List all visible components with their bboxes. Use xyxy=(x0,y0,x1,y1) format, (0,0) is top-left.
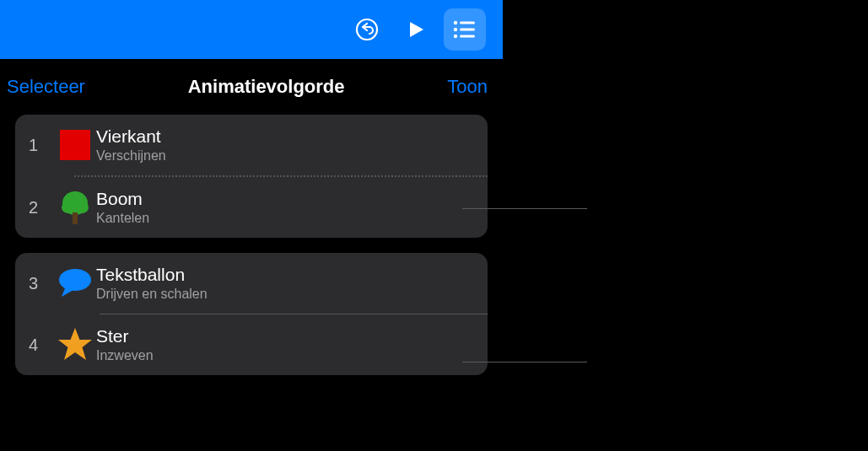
tree-icon xyxy=(54,189,96,226)
row-number: 3 xyxy=(29,274,54,293)
panel-title: Animatievolgorde xyxy=(188,76,345,98)
svg-point-9 xyxy=(62,201,75,213)
row-number: 4 xyxy=(29,336,54,355)
animation-order-panel: Selecteer Animatievolgorde Toon 1 Vierka… xyxy=(0,0,503,451)
row-subtitle: Kantelen xyxy=(96,211,149,226)
svg-rect-6 xyxy=(460,35,475,38)
topbar xyxy=(0,0,503,59)
animation-row[interactable]: 3 Tekstballon Drijven en schalen xyxy=(15,253,488,314)
list-view-button[interactable] xyxy=(444,8,486,51)
row-number: 2 xyxy=(29,198,54,217)
svg-rect-2 xyxy=(460,22,475,24)
show-button[interactable]: Toon xyxy=(447,76,488,98)
row-subtitle: Drijven en schalen xyxy=(96,287,208,302)
undo-icon xyxy=(353,16,380,43)
row-title: Vierkant xyxy=(96,126,166,147)
callout-line xyxy=(462,208,587,209)
animation-group: 3 Tekstballon Drijven en schalen 4 St xyxy=(15,253,488,375)
select-button[interactable]: Selecteer xyxy=(7,76,85,98)
header-row: Selecteer Animatievolgorde Toon xyxy=(0,59,503,115)
star-icon xyxy=(54,326,96,363)
row-title: Tekstballon xyxy=(96,265,208,285)
row-title: Ster xyxy=(96,326,154,346)
svg-rect-11 xyxy=(73,212,78,224)
row-subtitle: Inzweven xyxy=(96,348,154,363)
callout-line xyxy=(462,362,587,362)
svg-rect-7 xyxy=(60,130,90,160)
animation-group: 1 Vierkant Verschijnen 2 Boom xyxy=(15,115,488,238)
play-icon xyxy=(406,19,426,40)
animation-row[interactable]: 2 Boom Kantelen xyxy=(15,177,488,238)
square-icon xyxy=(54,126,96,164)
speech-bubble-icon xyxy=(54,265,96,302)
list-icon xyxy=(452,19,477,40)
row-number: 1 xyxy=(29,136,54,155)
row-subtitle: Verschijnen xyxy=(96,148,166,164)
row-title: Boom xyxy=(96,189,149,209)
animation-row[interactable]: 4 Ster Inzweven xyxy=(15,314,488,375)
svg-rect-4 xyxy=(460,29,475,31)
animation-row[interactable]: 1 Vierkant Verschijnen xyxy=(15,115,488,175)
svg-point-5 xyxy=(454,35,457,38)
play-button[interactable] xyxy=(395,8,437,51)
svg-point-3 xyxy=(454,28,457,31)
svg-point-10 xyxy=(75,201,89,213)
undo-button[interactable] xyxy=(346,8,388,51)
svg-point-1 xyxy=(454,21,457,24)
svg-point-12 xyxy=(59,269,91,291)
